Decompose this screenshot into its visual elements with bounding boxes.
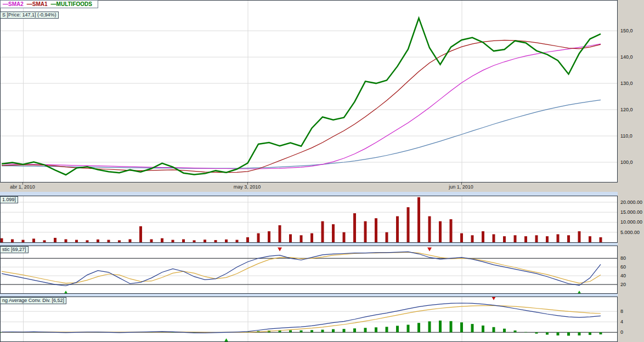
macd-bar <box>417 323 420 332</box>
macd-bar <box>546 332 549 334</box>
stochastic-readout-label: stic [69,27] <box>0 246 29 253</box>
volume-bar <box>225 240 228 242</box>
stochastic-y-tick-label: 20 <box>620 282 626 287</box>
macd-bar <box>300 330 303 333</box>
volume-bar <box>578 231 581 242</box>
price-chart-panel[interactable] <box>0 0 618 183</box>
x-tick-label: may 3, 2010 <box>234 184 261 190</box>
legend-item-sma1[interactable]: —SMA1 <box>27 1 48 7</box>
volume-bar <box>54 238 57 242</box>
charting-app: abr 1, 2010may 3, 2010jun 1, 2010 150,01… <box>0 0 644 342</box>
series-legend: —SMA2—SMA1—MULTIFOODS <box>0 0 98 8</box>
volume-bar <box>524 236 527 242</box>
macd-bar <box>289 330 292 333</box>
volume-y-tick-label: 5.000.00 <box>620 230 640 235</box>
volume-bar <box>32 238 35 242</box>
volume-y-tick-label: 20.000.00 <box>620 200 642 205</box>
price-readout-label: S [Price: 147,1] (-0,94%) <box>0 12 59 19</box>
volume-bar <box>343 232 346 242</box>
series-line-PercentK <box>2 252 601 286</box>
volume-bar <box>439 221 442 242</box>
up-arrow-marker <box>577 290 581 293</box>
volume-bar <box>65 240 67 242</box>
macd-y-tick-label: 0 <box>620 329 623 335</box>
macd-bar <box>578 332 581 335</box>
series-line-SMA3 <box>2 100 601 168</box>
macd-panel[interactable] <box>0 297 618 342</box>
macd-bar <box>535 332 538 333</box>
volume-bar <box>567 235 570 242</box>
volume-bar <box>236 240 239 242</box>
macd-bar <box>321 330 324 333</box>
volume-bar <box>300 235 303 242</box>
price-y-tick-label: 150,0 <box>620 28 633 33</box>
volume-bar <box>460 233 463 242</box>
volume-bar <box>268 231 270 242</box>
volume-bar <box>214 240 217 242</box>
volume-bar <box>428 216 431 242</box>
volume-bar <box>172 240 174 242</box>
value-axis: 150,0140,0130,0120,0110,0100,020.000.001… <box>618 0 644 342</box>
stochastic-y-tick-label: 80 <box>620 255 626 261</box>
volume-bar <box>108 240 110 242</box>
macd-bar <box>460 322 463 332</box>
legend-item-multifoods[interactable]: —MULTIFOODS <box>51 1 92 7</box>
volume-bar <box>386 232 388 242</box>
volume-bar <box>204 240 206 242</box>
volume-bar <box>139 226 142 242</box>
volume-bar <box>514 235 517 242</box>
macd-y-tick-label: 8 <box>620 309 623 314</box>
volume-bar <box>1 238 3 242</box>
stochastic-panel[interactable] <box>0 246 618 294</box>
macd-chart-svg <box>1 297 617 341</box>
stochastic-chart-svg <box>1 246 617 293</box>
volume-bar <box>482 231 484 242</box>
volume-bar <box>503 236 506 242</box>
volume-bar <box>396 216 399 242</box>
volume-bar <box>589 236 591 242</box>
price-y-tick-label: 130,0 <box>620 81 633 86</box>
volume-bar <box>75 240 78 242</box>
volume-bar <box>310 233 313 242</box>
price-y-tick-label: 120,0 <box>620 107 633 112</box>
volume-bar <box>557 234 560 242</box>
volume-bar <box>321 221 324 242</box>
legend-item-sma2[interactable]: —SMA2 <box>3 1 24 7</box>
macd-bar <box>557 332 560 335</box>
volume-bar <box>43 240 46 242</box>
macd-bar <box>503 329 506 333</box>
volume-bar <box>417 197 420 242</box>
macd-bar <box>396 326 399 332</box>
macd-bar <box>407 325 410 333</box>
volume-bar <box>86 240 89 242</box>
volume-bar <box>289 234 292 242</box>
volume-bar <box>332 224 335 242</box>
volume-bar <box>535 235 538 242</box>
macd-bar <box>364 328 367 332</box>
macd-bar <box>343 329 346 332</box>
macd-bar <box>600 332 602 334</box>
volume-bar <box>193 240 196 242</box>
macd-bar <box>332 329 335 333</box>
price-y-tick-label: 140,0 <box>620 54 633 60</box>
volume-bar <box>493 234 495 242</box>
macd-bar <box>482 326 484 332</box>
volume-panel[interactable] <box>0 196 618 243</box>
up-arrow-marker <box>224 338 229 341</box>
volume-bar <box>364 221 367 242</box>
volume-bar <box>150 240 153 242</box>
series-line-MULTIFOODS <box>2 18 601 175</box>
price-y-tick-label: 110,0 <box>620 133 632 139</box>
series-line-Signal <box>2 306 601 333</box>
macd-bar <box>514 330 517 332</box>
macd-bar <box>567 332 570 335</box>
volume-readout-label: 1.099] <box>0 196 18 203</box>
volume-bar <box>161 238 163 242</box>
volume-bar <box>600 237 602 242</box>
macd-bar <box>428 321 431 332</box>
volume-y-tick-label: 15.000.00 <box>620 209 642 215</box>
volume-bar <box>471 235 474 242</box>
price-y-tick-label: 100,0 <box>620 159 633 165</box>
volume-bar <box>129 240 132 242</box>
macd-bar <box>471 324 474 332</box>
